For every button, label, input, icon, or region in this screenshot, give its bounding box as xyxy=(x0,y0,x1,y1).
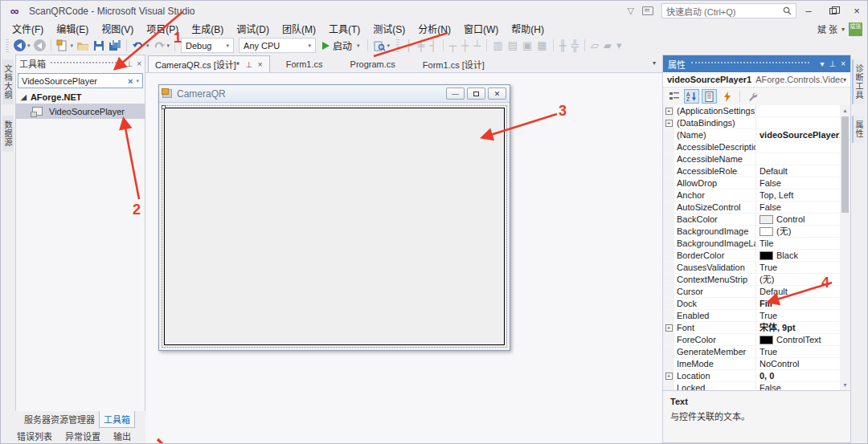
categorized-button[interactable] xyxy=(666,89,682,104)
alphabetical-sort-button[interactable]: AZ xyxy=(684,89,699,104)
expand-icon[interactable]: + xyxy=(665,120,673,127)
clear-search-icon[interactable]: × xyxy=(128,76,133,86)
pin-icon[interactable]: ⊥ xyxy=(245,60,252,69)
property-value-cell[interactable]: True xyxy=(756,262,850,273)
videosourceplayer-control[interactable] xyxy=(164,108,505,345)
window-close-button[interactable]: × xyxy=(845,1,868,21)
align-tops-icon[interactable]: ┬ xyxy=(447,39,459,51)
property-row[interactable]: Anchor Top, Left xyxy=(663,189,850,202)
property-row[interactable]: AccessibleName xyxy=(663,153,850,165)
menu-file[interactable]: 文件(F) xyxy=(6,20,50,37)
sidebar-tab-diagnostic-tools[interactable]: 诊断工具 xyxy=(852,59,865,104)
align-bottoms-icon[interactable]: ┴ xyxy=(471,39,483,51)
find-in-files-button[interactable]: ▾ xyxy=(371,38,392,54)
property-value-cell[interactable] xyxy=(756,153,850,165)
panel-tab-server-explorer[interactable]: 服务器资源管理器 xyxy=(20,411,99,427)
property-row[interactable]: AllowDrop False xyxy=(663,177,850,189)
toolbar-separator[interactable] xyxy=(486,39,487,51)
property-row[interactable]: ForeColor ControlText xyxy=(663,334,850,346)
align-rights-icon[interactable]: ┤ xyxy=(428,39,440,51)
vertical-spacing-icon[interactable]: ╬ xyxy=(569,39,581,51)
object-selector[interactable]: videoSourcePlayer1 AForge.Controls.Video… xyxy=(663,72,850,88)
property-row[interactable]: BorderColor Black xyxy=(663,250,850,262)
size-to-grid-icon[interactable]: ▦ xyxy=(534,39,549,51)
toolbar-grip[interactable] xyxy=(6,39,9,52)
document-list-chevron-icon[interactable]: ▾ xyxy=(653,59,656,67)
panel-tab-output[interactable]: 输出 xyxy=(113,430,131,443)
property-value-cell[interactable]: 0, 0 xyxy=(756,370,850,381)
window-minimize-button[interactable]: – xyxy=(796,1,821,21)
property-row[interactable]: + Font 宋体, 9pt xyxy=(663,322,850,334)
property-value-cell[interactable]: 宋体, 9pt xyxy=(756,322,850,333)
form-minimize-button[interactable]: — xyxy=(446,88,465,100)
toolbox-group-aforge[interactable]: ◢ AForge.NET xyxy=(16,90,145,104)
expand-icon[interactable]: + xyxy=(665,373,673,380)
document-tab-cameraqr-design[interactable]: CameraQR.cs [设计]* ⊥ × xyxy=(148,55,270,72)
solution-platform-select[interactable]: Any CPU ▾ xyxy=(239,38,316,53)
close-icon[interactable]: × xyxy=(137,59,141,68)
properties-header[interactable]: 属性 ▾ ⊥ × xyxy=(663,55,850,72)
property-value-cell[interactable]: Default xyxy=(756,165,850,177)
form-client-area[interactable] xyxy=(162,105,507,348)
property-value-cell[interactable]: False xyxy=(756,177,850,189)
redo-button[interactable]: ▾ xyxy=(151,38,172,54)
property-row[interactable]: + Location 0, 0 xyxy=(663,370,850,382)
open-file-button[interactable] xyxy=(75,38,91,54)
align-middles-icon[interactable]: ┼ xyxy=(459,39,471,51)
window-position-chevron-icon[interactable]: ▾ xyxy=(820,59,824,68)
property-value-cell[interactable]: False xyxy=(756,202,850,213)
property-value-cell[interactable]: Default xyxy=(756,286,850,297)
panel-tab-toolbox[interactable]: 工具箱 xyxy=(99,411,135,428)
navigate-back-button[interactable]: ▾ xyxy=(12,38,32,54)
menu-analyze[interactable]: 分析(N) xyxy=(411,20,457,37)
property-row[interactable]: Cursor Default xyxy=(663,286,850,298)
properties-view-button[interactable] xyxy=(702,89,717,104)
toolbar-separator[interactable] xyxy=(443,39,444,51)
panel-tab-error-list[interactable]: 错误列表 xyxy=(17,430,52,443)
menu-tools[interactable]: 工具(T) xyxy=(322,20,366,37)
property-value-cell[interactable]: True xyxy=(756,346,850,357)
close-icon[interactable]: × xyxy=(841,59,845,68)
toolbar-separator[interactable] xyxy=(584,39,585,51)
sidebar-tab-properties[interactable]: 属性 xyxy=(852,116,865,143)
property-row[interactable]: CausesValidation True xyxy=(663,262,850,274)
menu-team[interactable]: 团队(M) xyxy=(276,20,322,37)
property-row[interactable]: GenerateMember True xyxy=(663,346,850,358)
property-value-cell[interactable]: NoControl xyxy=(756,358,850,369)
property-value-cell[interactable]: Black xyxy=(756,250,850,261)
solution-configuration-select[interactable]: Debug ▾ xyxy=(181,38,234,53)
expand-icon[interactable]: + xyxy=(665,324,673,332)
menu-build[interactable]: 生成(B) xyxy=(185,20,230,37)
make-same-size-icon[interactable]: ▣ xyxy=(520,39,534,51)
toolbar-options-chevron-icon[interactable]: ▾ xyxy=(614,39,624,51)
property-value-cell[interactable] xyxy=(756,105,850,116)
property-value-cell[interactable]: (无) xyxy=(756,226,850,237)
property-row[interactable]: AutoSizeControl False xyxy=(663,202,850,214)
form-close-button[interactable]: ✕ xyxy=(488,88,506,100)
property-grid[interactable]: + (ApplicationSettings) + (DataBindings) xyxy=(663,105,850,390)
property-row[interactable]: ImeMode NoControl xyxy=(663,358,850,370)
chevron-down-icon[interactable]: ▾ xyxy=(136,78,139,84)
property-row[interactable]: BackgroundImageLayout Tile xyxy=(663,238,850,250)
property-row[interactable]: BackgroundImage (无) xyxy=(663,226,850,238)
property-value-cell[interactable]: False xyxy=(756,382,850,390)
align-centers-icon[interactable]: ╪ xyxy=(415,39,427,51)
quick-launch-input[interactable]: 快速启动 (Ctrl+Q) xyxy=(661,3,796,18)
align-lefts-icon[interactable]: ├ xyxy=(403,39,415,51)
property-row[interactable]: Locked False xyxy=(663,382,850,390)
property-value-cell[interactable]: Fill xyxy=(756,298,850,309)
property-value-cell[interactable]: (无) xyxy=(756,274,850,285)
make-same-width-icon[interactable]: ▥ xyxy=(490,39,505,51)
property-row[interactable]: + (DataBindings) xyxy=(663,117,850,129)
property-value-cell[interactable] xyxy=(756,141,850,153)
toolbox-search-input[interactable]: VideoSourcePlayer × ▾ xyxy=(18,73,143,88)
form-title-bar[interactable]: CameraQR — ✕ xyxy=(159,85,510,103)
property-pages-button[interactable] xyxy=(745,89,760,104)
form-maximize-button[interactable] xyxy=(467,88,485,100)
menu-test[interactable]: 测试(S) xyxy=(366,20,411,37)
property-value-cell[interactable]: Control xyxy=(756,214,850,225)
property-value-cell[interactable]: Tile xyxy=(756,238,850,249)
avatar[interactable]: 斌张 xyxy=(849,22,862,36)
toolbox-header[interactable]: 工具箱 ⊥ × xyxy=(16,55,145,71)
toolbox-item-videosourceplayer[interactable]: VideoSourcePlayer xyxy=(16,104,145,119)
